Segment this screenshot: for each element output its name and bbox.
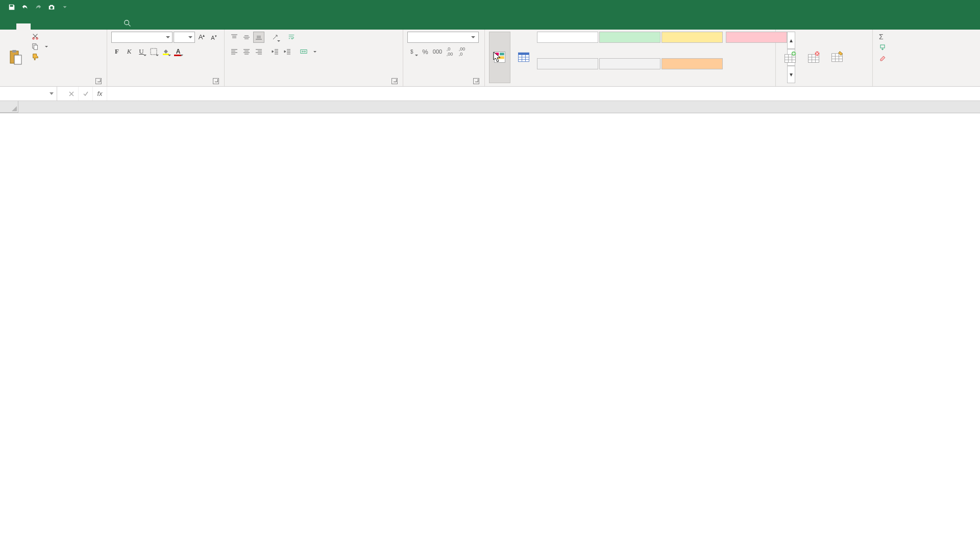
- format-cells-icon: [830, 50, 844, 64]
- style-ausgabe[interactable]: [537, 58, 598, 69]
- border-button[interactable]: [148, 46, 159, 57]
- underline-button[interactable]: U: [136, 46, 147, 57]
- font-name-select[interactable]: [111, 32, 173, 43]
- align-top-icon[interactable]: [229, 32, 240, 43]
- insert-cells-icon: [783, 50, 797, 64]
- painter-icon: [32, 53, 39, 60]
- ribbon: A▴ A▾ F K U A: [0, 30, 980, 87]
- grow-font-icon[interactable]: A▴: [196, 32, 207, 43]
- accept-formula-icon[interactable]: [79, 87, 93, 101]
- accounting-format-icon[interactable]: $: [407, 46, 419, 57]
- percent-format-icon[interactable]: %: [420, 46, 431, 57]
- align-center-icon[interactable]: [241, 46, 252, 57]
- tab-file[interactable]: [2, 23, 16, 30]
- undo-icon[interactable]: [19, 2, 31, 13]
- delete-cells-button[interactable]: [803, 32, 824, 83]
- tab-review[interactable]: [88, 23, 102, 30]
- tab-start[interactable]: [16, 23, 31, 30]
- qa-customize-icon[interactable]: [59, 2, 70, 13]
- fill-down-icon: [879, 44, 886, 51]
- tab-data[interactable]: [74, 23, 88, 30]
- fill-color-button[interactable]: [160, 46, 172, 57]
- cut-icon: [32, 33, 39, 40]
- style-eingabe[interactable]: [662, 58, 723, 69]
- format-painter-button[interactable]: [30, 52, 50, 61]
- tab-formulas[interactable]: [59, 23, 74, 30]
- svg-rect-2: [12, 50, 16, 53]
- fill-icon: [162, 48, 169, 55]
- eraser-icon: [879, 54, 886, 61]
- align-right-icon[interactable]: [253, 46, 264, 57]
- indent-increase-icon[interactable]: [282, 46, 293, 57]
- clipboard-dialog-icon[interactable]: [95, 78, 102, 84]
- style-berechnung[interactable]: [599, 58, 660, 69]
- orientation-icon: [272, 34, 279, 41]
- merge-button[interactable]: [298, 47, 318, 56]
- ribbon-tabs: [0, 14, 980, 30]
- border-icon: [150, 48, 157, 55]
- indent-decrease-icon[interactable]: [270, 46, 281, 57]
- tab-view[interactable]: [102, 23, 116, 30]
- tab-layout[interactable]: [45, 23, 59, 30]
- font-dialog-icon[interactable]: [213, 78, 219, 84]
- paste-icon: [7, 49, 23, 65]
- copy-icon: [32, 43, 39, 50]
- table-icon: [517, 50, 531, 64]
- cut-button[interactable]: [30, 32, 50, 41]
- svg-rect-17: [519, 53, 529, 55]
- svg-rect-7: [34, 45, 37, 49]
- redo-icon[interactable]: [33, 2, 44, 13]
- font-size-select[interactable]: [174, 32, 195, 43]
- fx-icon[interactable]: fx: [93, 87, 107, 101]
- fill-button[interactable]: [877, 43, 890, 52]
- number-format-select[interactable]: [407, 32, 479, 43]
- autosum-button[interactable]: Σ: [877, 32, 890, 42]
- number-dialog-icon[interactable]: [473, 78, 479, 84]
- save-icon[interactable]: [6, 2, 17, 13]
- svg-rect-8: [151, 48, 157, 55]
- delete-cells-icon: [806, 50, 821, 64]
- decrease-decimals-icon[interactable]: ,00,0: [456, 46, 468, 57]
- shrink-font-icon[interactable]: A▾: [208, 32, 219, 43]
- search-icon: [124, 19, 131, 27]
- bold-button[interactable]: F: [111, 46, 122, 57]
- thousands-icon[interactable]: 000: [432, 46, 443, 57]
- alignment-dialog-icon[interactable]: [391, 78, 398, 84]
- increase-decimals-icon[interactable]: ,0,00: [444, 46, 455, 57]
- font-color-button[interactable]: A: [173, 46, 184, 57]
- search-tab[interactable]: [116, 16, 141, 30]
- italic-button[interactable]: K: [124, 46, 135, 57]
- style-neutral[interactable]: [662, 32, 723, 43]
- title-bar: [0, 0, 980, 14]
- format-as-table-button[interactable]: [513, 32, 534, 83]
- clear-button[interactable]: [877, 53, 890, 62]
- svg-rect-23: [880, 45, 885, 48]
- select-all-corner[interactable]: [0, 101, 18, 113]
- mouse-cursor: [493, 52, 501, 63]
- spreadsheet-grid[interactable]: [0, 101, 980, 113]
- name-box[interactable]: [0, 87, 57, 101]
- align-bottom-icon[interactable]: [253, 32, 264, 43]
- wrap-text-button[interactable]: [286, 33, 299, 42]
- camera-icon[interactable]: [46, 2, 57, 13]
- tab-insert[interactable]: [31, 23, 45, 30]
- orientation-button[interactable]: [270, 32, 281, 43]
- svg-rect-3: [14, 55, 21, 64]
- copy-button[interactable]: [30, 42, 50, 51]
- align-middle-icon[interactable]: [241, 32, 252, 43]
- cancel-formula-icon[interactable]: [64, 87, 79, 101]
- style-gut[interactable]: [599, 32, 660, 43]
- cell-styles-gallery[interactable]: [537, 32, 726, 83]
- style-standard[interactable]: [537, 32, 598, 43]
- format-cells-button[interactable]: [827, 32, 847, 83]
- merge-icon: [300, 48, 307, 55]
- insert-cells-button[interactable]: [780, 32, 800, 83]
- paste-button[interactable]: [4, 32, 27, 83]
- align-left-icon[interactable]: [229, 46, 240, 57]
- formula-bar: fx: [0, 87, 980, 101]
- svg-text:$: $: [410, 49, 413, 55]
- wrap-icon: [288, 34, 295, 41]
